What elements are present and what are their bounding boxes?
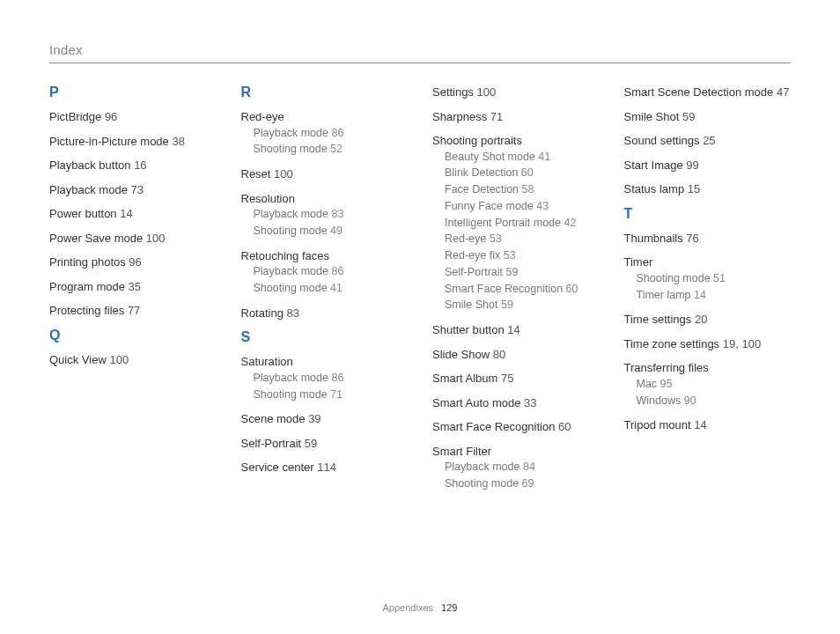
- index-entry-page: 14: [694, 418, 706, 431]
- index-entry-title: Reset: [241, 167, 271, 181]
- index-sub-entry: Shooting mode 71: [254, 387, 409, 403]
- index-entry: Time settings 20: [624, 312, 792, 328]
- index-entry-page: 16: [134, 158, 146, 172]
- index-entry-title: Smart Filter: [432, 445, 491, 458]
- index-entry-page: 114: [317, 461, 336, 474]
- index-entry-title: PictBridge: [49, 110, 101, 123]
- index-entry-page: 14: [120, 207, 132, 220]
- index-entry: Smart Album 75: [432, 371, 600, 387]
- index-entry-page: 33: [524, 396, 536, 409]
- index-entry: Smart Auto mode 33: [432, 395, 600, 411]
- index-letter-heading: S: [241, 329, 409, 345]
- index-entry-page: 60: [558, 420, 571, 433]
- index-sub-page: 41: [538, 151, 550, 163]
- index-entry-page: 47: [777, 85, 789, 99]
- index-column: PPictBridge 96Picture-in-Picture mode 38…: [49, 85, 217, 501]
- index-sub-entry: Mac 95: [637, 376, 792, 393]
- index-entry-title: Self-Portrait: [241, 437, 302, 450]
- index-entry-page: 77: [128, 304, 140, 317]
- index-sub-entry: Red-eye fix 53: [445, 247, 600, 264]
- index-column: RRed-eyePlayback mode 86Shooting mode 52…: [241, 85, 409, 501]
- index-sub-title: Shooting mode: [254, 225, 328, 237]
- footer-section: Appendixes: [383, 602, 434, 613]
- index-columns: PPictBridge 96Picture-in-Picture mode 38…: [49, 85, 791, 501]
- index-entry-title: Smart Album: [432, 372, 497, 385]
- index-sub-title: Playback mode: [254, 208, 328, 220]
- index-entry-title: Time zone settings: [624, 337, 720, 350]
- index-entry: Quick View 100: [49, 352, 217, 368]
- index-entry: Rotating 83: [241, 306, 409, 321]
- footer-page-number: 129: [441, 602, 457, 613]
- index-entry-page: 99: [686, 158, 698, 172]
- index-entry-page: 25: [703, 134, 715, 147]
- index-sub-entry: Playback mode 84: [445, 459, 600, 476]
- index-entry-title: Red-eye: [241, 110, 284, 123]
- index-sub-page: 95: [660, 378, 673, 390]
- index-entry-page: 73: [131, 183, 144, 196]
- index-sub-entry: Face Detection 58: [445, 181, 600, 198]
- index-entry: Start Image 99: [624, 158, 792, 173]
- index-entry-page: 15: [688, 182, 700, 195]
- index-entry-title: Protecting files: [49, 304, 124, 317]
- index-sub-page: 59: [501, 299, 513, 311]
- index-entry: Settings 100: [432, 85, 600, 100]
- index-entry: TimerShooting mode 51Timer lamp 14: [624, 254, 792, 303]
- index-sub-entry: Playback mode 86: [254, 263, 409, 280]
- index-entry-title: Saturation: [241, 355, 293, 368]
- index-sub-title: Playback mode: [445, 461, 519, 473]
- index-entry: Smart Scene Detection mode 47: [624, 85, 792, 100]
- index-entry-title: Shooting portraits: [432, 134, 522, 147]
- index-entry-title: Timer: [624, 255, 653, 269]
- index-entry-title: Printing photos: [49, 255, 126, 269]
- index-entry: Protecting files 77: [49, 303, 217, 319]
- index-sub-page: 53: [504, 249, 516, 262]
- index-entry: Shooting portraitsBeauty Shot mode 41Bli…: [432, 133, 600, 313]
- index-entry-title: Power Save mode: [49, 232, 143, 245]
- index-entry-title: Playback button: [49, 158, 131, 172]
- index-entry: Power button 14: [49, 206, 217, 222]
- index-sub-title: Shooting mode: [637, 272, 711, 284]
- index-sub-title: Beauty Shot mode: [445, 151, 535, 163]
- index-entry-page: 100: [274, 167, 293, 181]
- index-entry-page: 59: [682, 110, 695, 123]
- index-sub-page: 86: [331, 127, 343, 139]
- index-entry-page: 14: [507, 323, 519, 336]
- index-entry-page: 76: [686, 232, 698, 245]
- index-entry-title: Smile Shot: [624, 110, 680, 123]
- index-entry-page: 80: [493, 348, 505, 361]
- index-sub-entry: Playback mode 86: [254, 125, 409, 142]
- index-sub-entry: Red-eye 53: [445, 231, 600, 247]
- index-sub-page: 84: [523, 461, 535, 473]
- index-sub-title: Smile Shot: [445, 299, 497, 311]
- index-letter-heading: R: [241, 85, 409, 100]
- index-sub-title: Shooting mode: [254, 143, 328, 155]
- index-sub-entry: Beauty Shot mode 41: [445, 149, 600, 166]
- index-sub-entry: Blink Detection 60: [445, 165, 600, 181]
- index-entry: SaturationPlayback mode 86Shooting mode …: [241, 354, 409, 402]
- index-entry: Reset 100: [241, 166, 409, 182]
- index-entry-title: Smart Face Recognition: [432, 420, 555, 433]
- index-entry: Slide Show 80: [432, 347, 600, 363]
- index-entry-page: 38: [172, 135, 184, 148]
- index-entry: Picture-in-Picture mode 38: [49, 134, 217, 150]
- index-sub-title: Blink Detection: [445, 166, 518, 179]
- index-column: Smart Scene Detection mode 47Smile Shot …: [624, 85, 792, 501]
- index-sub-title: Shooting mode: [254, 388, 328, 401]
- index-entry: Time zone settings 19, 100: [624, 336, 792, 352]
- index-entry-title: Sharpness: [432, 110, 487, 123]
- index-entry-title: Picture-in-Picture mode: [49, 135, 169, 148]
- index-sub-title: Funny Face mode: [445, 200, 534, 212]
- index-entry: Printing photos 96: [49, 254, 217, 270]
- index-sub-entry: Shooting mode 49: [254, 223, 409, 240]
- index-entry-title: Smart Scene Detection mode: [624, 85, 774, 99]
- index-sub-title: Windows: [637, 394, 682, 407]
- index-entry: Playback mode 73: [49, 182, 217, 198]
- index-sub-title: Mac: [637, 378, 658, 390]
- index-entry-title: Settings: [432, 85, 474, 99]
- index-entry-title: Sound settings: [624, 134, 700, 147]
- index-column: Settings 100Sharpness 71Shooting portrai…: [432, 85, 600, 501]
- index-sub-entry: Shooting mode 69: [445, 476, 600, 492]
- index-sub-entry: Playback mode 86: [254, 370, 409, 387]
- index-entry: Red-eyePlayback mode 86Shooting mode 52: [241, 109, 409, 158]
- index-sub-page: 53: [490, 232, 502, 245]
